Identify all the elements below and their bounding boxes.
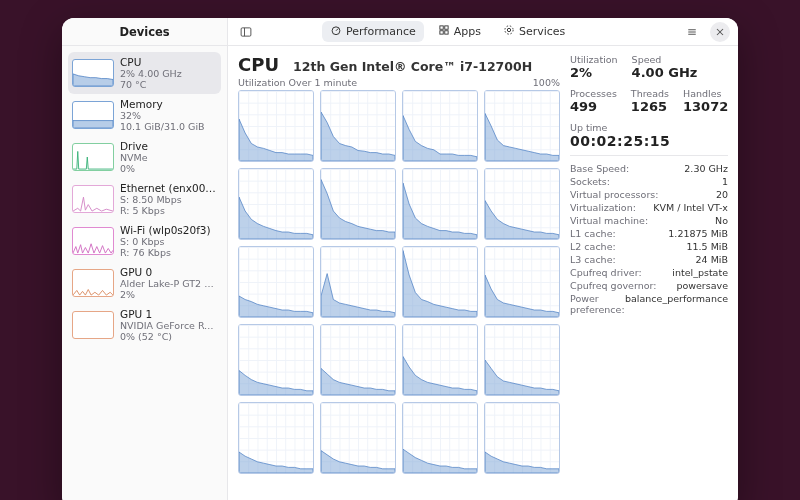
charts-column: CPU 12th Gen Intel® Core™ i7-12700H Util…	[238, 54, 560, 498]
stat-value: 13072	[683, 99, 728, 114]
svg-marker-17	[239, 119, 313, 161]
device-thumb	[72, 311, 114, 339]
device-line2: 0% (52 °C)	[120, 331, 217, 342]
chart-legend-right: 100%	[533, 77, 560, 88]
device-thumb	[72, 101, 114, 129]
detail-key: Virtualization:	[570, 202, 636, 213]
svg-marker-33	[239, 452, 313, 473]
stat-block: Utilization2%	[570, 54, 618, 80]
svg-marker-35	[403, 449, 477, 473]
tab-label: Services	[519, 25, 565, 38]
stat-block: Processes499	[570, 88, 617, 114]
svg-marker-30	[321, 368, 395, 395]
detail-row: L3 cache:24 MiB	[570, 253, 728, 266]
core-chart	[484, 90, 560, 162]
stat-label: Threads	[631, 88, 669, 99]
svg-marker-27	[403, 251, 477, 318]
cpu-model: 12th Gen Intel® Core™ i7-12700H	[293, 59, 532, 74]
device-thumb	[72, 227, 114, 255]
detail-key: Virtual processors:	[570, 189, 658, 200]
svg-marker-23	[403, 183, 477, 239]
detail-row: Virtual processors:20	[570, 188, 728, 201]
device-item[interactable]: Ethernet (enx00e04…S: 8.50 MbpsR: 5 Kbps	[68, 178, 221, 220]
details-list: Base Speed:2.30 GHzSockets:1Virtual proc…	[570, 155, 728, 316]
panel-toggle-button[interactable]	[236, 22, 256, 42]
detail-value: 24 MiB	[696, 254, 728, 265]
grid-icon	[438, 24, 450, 39]
core-chart	[484, 246, 560, 318]
core-chart	[320, 324, 396, 396]
menu-button[interactable]	[682, 22, 702, 42]
detail-value: 1	[722, 176, 728, 187]
core-chart	[402, 246, 478, 318]
stat-block: Threads1265	[631, 88, 669, 114]
svg-marker-18	[321, 112, 395, 161]
device-line1: S: 8.50 Mbps	[120, 194, 217, 205]
device-name: Wi-Fi (wlp0s20f3)	[120, 224, 217, 236]
device-line1: Alder Lake-P GT2 (Iris X…	[120, 278, 217, 289]
svg-marker-21	[239, 197, 313, 239]
stat-value: 499	[570, 99, 617, 114]
device-name: Ethernet (enx00e04…	[120, 182, 217, 194]
core-chart	[402, 90, 478, 162]
detail-value: 11.5 MiB	[686, 241, 728, 252]
svg-marker-25	[239, 296, 313, 317]
view-tabs: PerformanceAppsServices	[322, 21, 573, 42]
svg-rect-7	[444, 26, 447, 29]
core-chart	[320, 90, 396, 162]
detail-key: Cpufreq driver:	[570, 267, 642, 278]
detail-value: balance_performance	[625, 293, 728, 315]
detail-row: Cpufreq driver:intel_pstate	[570, 266, 728, 279]
detail-row: L2 cache:11.5 MiB	[570, 240, 728, 253]
toolbar: PerformanceAppsServices	[228, 18, 738, 46]
device-item[interactable]: CPU2% 4.00 GHz70 °C	[68, 52, 221, 94]
detail-value: 2.30 GHz	[684, 163, 728, 174]
svg-rect-9	[444, 31, 447, 34]
device-thumb	[72, 185, 114, 213]
device-item[interactable]: GPU 0Alder Lake-P GT2 (Iris X…2%	[68, 262, 221, 304]
svg-marker-32	[485, 360, 559, 395]
device-name: GPU 1	[120, 308, 217, 320]
svg-point-11	[505, 26, 513, 34]
device-thumb	[72, 59, 114, 87]
stat-label: Utilization	[570, 54, 618, 65]
svg-marker-19	[403, 116, 477, 162]
detail-value: 1.21875 MiB	[668, 228, 728, 239]
tab-performance[interactable]: Performance	[322, 21, 424, 42]
device-item[interactable]: GPU 1NVIDIA GeForce RTX 3…0% (52 °C)	[68, 304, 221, 346]
svg-marker-36	[485, 452, 559, 473]
tab-apps[interactable]: Apps	[430, 21, 489, 42]
core-chart	[484, 168, 560, 240]
menu-icon	[686, 26, 698, 38]
close-button[interactable]	[710, 22, 730, 42]
detail-key: L2 cache:	[570, 241, 616, 252]
core-chart	[484, 324, 560, 396]
core-chart	[320, 168, 396, 240]
device-item[interactable]: Memory32%10.1 GiB/31.0 GiB	[68, 94, 221, 136]
detail-key: Base Speed:	[570, 163, 629, 174]
core-chart	[484, 402, 560, 474]
device-name: Drive	[120, 140, 217, 152]
detail-key: L3 cache:	[570, 254, 616, 265]
content-area: CPU 12th Gen Intel® Core™ i7-12700H Util…	[228, 46, 738, 500]
core-chart	[402, 168, 478, 240]
core-chart	[238, 246, 314, 318]
tab-services[interactable]: Services	[495, 21, 573, 42]
sidebar-title: Devices	[62, 18, 227, 46]
detail-key: Cpufreq governor:	[570, 280, 656, 291]
device-thumb	[72, 269, 114, 297]
app-window: Devices CPU2% 4.00 GHz70 °CMemory32%10.1…	[62, 18, 738, 500]
svg-marker-28	[485, 275, 559, 317]
uptime-label: Up time	[570, 122, 728, 133]
device-line2: 70 °C	[120, 79, 217, 90]
device-line1: S: 0 Kbps	[120, 236, 217, 247]
device-item[interactable]: Wi-Fi (wlp0s20f3)S: 0 KbpsR: 76 Kbps	[68, 220, 221, 262]
svg-rect-2	[241, 27, 251, 35]
device-item[interactable]: DriveNVMe0%	[68, 136, 221, 178]
device-line1: NVMe	[120, 152, 217, 163]
core-chart	[238, 324, 314, 396]
page-title: CPU	[238, 54, 279, 75]
detail-value: 20	[716, 189, 728, 200]
svg-rect-6	[440, 26, 443, 29]
stat-label: Handles	[683, 88, 728, 99]
